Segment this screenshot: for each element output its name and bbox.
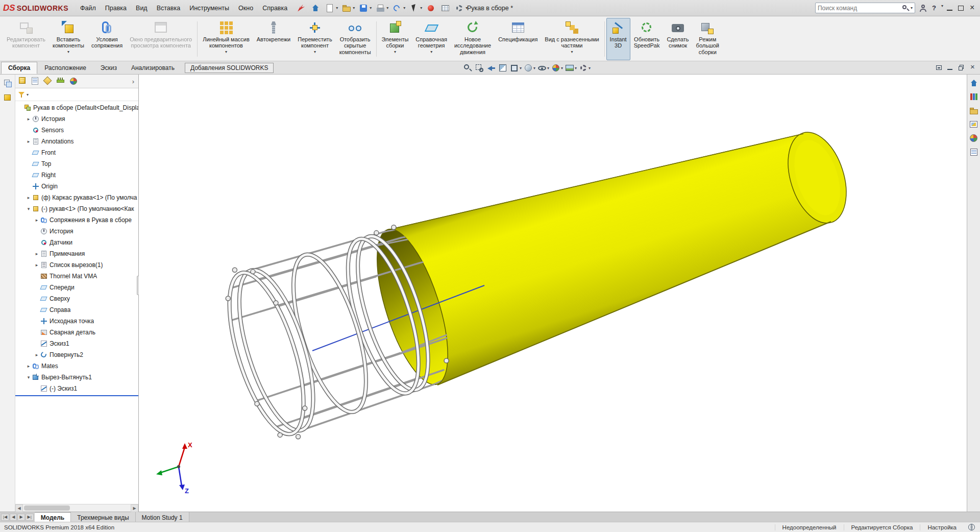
scrollbar-thumb[interactable] — [24, 505, 70, 511]
tree-item-23[interactable]: ▸Mates — [15, 360, 138, 372]
search-caret-icon[interactable]: ▾ — [911, 6, 913, 10]
tree-item-10[interactable]: ▸Сопряжения в Рукав в сборе — [15, 214, 138, 226]
taskpane-appearances-button[interactable] — [968, 133, 979, 144]
tree-arrow-icon[interactable]: ▸ — [26, 364, 32, 369]
panel-tab-dimxpert-manager[interactable] — [55, 76, 66, 87]
menu-item-3[interactable]: Вставка — [152, 3, 185, 14]
command-tab-3[interactable]: Анализировать — [124, 62, 182, 74]
headsup-display-style-button[interactable]: ▾ — [523, 62, 536, 74]
ribbon-linear-pattern-button[interactable]: Линейный массив компонентов▾ — [199, 18, 253, 60]
tree-display-icon[interactable] — [3, 93, 12, 102]
scroll-right-icon[interactable]: ▶ — [131, 504, 138, 512]
tree-item-4[interactable]: Front — [15, 147, 138, 158]
tree-arrow-icon[interactable]: ▸ — [34, 262, 40, 268]
menu-item-1[interactable]: Правка — [101, 3, 131, 14]
ribbon-smart-fasteners-button[interactable]: Автокрепежи — [253, 18, 294, 60]
tree-item-19[interactable]: Исходная точка — [15, 316, 138, 327]
tree-item-11[interactable]: История — [15, 226, 138, 237]
panel-tab-display-manager[interactable] — [68, 76, 79, 87]
headsup-view-orientation-button[interactable]: ▾ — [509, 62, 522, 74]
help-icon[interactable] — [929, 4, 939, 13]
tab-nav-prev-icon[interactable]: ◀ — [10, 514, 17, 521]
ribbon-show-hidden-button[interactable]: Отобразить скрытые компоненты — [336, 18, 375, 60]
tube-body[interactable] — [388, 134, 831, 385]
panel-tab-property-manager[interactable] — [30, 76, 41, 87]
tree-item-3[interactable]: ▸Annotations — [15, 136, 138, 147]
tree-arrow-icon[interactable]: ▸ — [26, 195, 32, 200]
tree-item-9[interactable]: ▾(-) рукав<1> (По умолчанию<Как — [15, 203, 138, 214]
command-search-input[interactable] — [818, 5, 901, 12]
tree-item-24[interactable]: ▾Вырез-Вытянуть1 — [15, 372, 138, 383]
tree-item-15[interactable]: Thornel Mat VMA — [15, 271, 138, 282]
tree-item-0[interactable]: Рукав в сборе (Default<Default_Display — [15, 102, 138, 113]
ribbon-move-component-button[interactable]: Переместить компонент▾ — [294, 18, 335, 60]
ribbon-bom-button[interactable]: Спецификация — [495, 18, 541, 60]
tree-arrow-icon[interactable]: ▸ — [26, 139, 32, 144]
ribbon-reference-geometry-button[interactable]: Справочная геометрия▾ — [412, 18, 451, 60]
minimize-icon[interactable] — [945, 4, 954, 13]
scroll-left-icon[interactable]: ◀ — [15, 504, 23, 512]
user-icon[interactable] — [918, 4, 927, 13]
doc-window-close-icon[interactable] — [968, 63, 977, 72]
ribbon-update-speedpak-button[interactable]: Обновить SpeedPak — [630, 18, 664, 60]
ribbon-instant-3d-button[interactable]: Instant 3D — [606, 18, 630, 60]
doc-window-minimize-icon[interactable] — [945, 63, 954, 72]
headsup-view-settings-button[interactable]: ▾ — [578, 62, 591, 74]
globe-icon[interactable] — [968, 523, 976, 531]
ribbon-exploded-view-button[interactable]: Вид с разнесенными частями▾ — [541, 18, 602, 60]
filter-funnel-icon[interactable] — [17, 90, 26, 99]
graphics-area[interactable]: X Z — [139, 75, 967, 512]
tree-item-16[interactable]: Спереди — [15, 282, 138, 293]
tree-item-18[interactable]: Справа — [15, 304, 138, 316]
tree-arrow-icon[interactable]: ▸ — [34, 217, 40, 223]
search-icon[interactable] — [901, 4, 910, 13]
panel-tabs-chevron-icon[interactable]: › — [130, 78, 137, 85]
ribbon-motion-study-button[interactable]: Новое исследование движения — [451, 18, 495, 60]
tree-item-7[interactable]: Origin — [15, 181, 138, 192]
taskpane-design-library-button[interactable] — [968, 91, 979, 103]
panel-tab-configuration-manager[interactable] — [42, 76, 54, 87]
tree-item-8[interactable]: ▸(ф) Каркас рукава<1> (По умолча — [15, 192, 138, 203]
tab-nav-next-icon[interactable]: ▶ — [17, 514, 24, 521]
headsup-edit-appearance-button[interactable]: ▾ — [550, 62, 564, 74]
tree-item-2[interactable]: Sensors — [15, 125, 138, 136]
command-tab-0[interactable]: Сборка — [1, 62, 37, 74]
quick-sw-flag-button[interactable] — [295, 2, 308, 14]
tree-item-14[interactable]: ▸Список вырезов(1) — [15, 259, 138, 271]
tree-arrow-icon[interactable]: ▸ — [34, 352, 40, 357]
display-pane-icon[interactable] — [3, 79, 12, 88]
headsup-zoom-area-button[interactable] — [474, 62, 485, 74]
tree-item-12[interactable]: Датчики — [15, 237, 138, 248]
ribbon-large-assembly-mode-button[interactable]: Режим большой сборки — [693, 18, 723, 60]
tree-item-20[interactable]: Сварная деталь — [15, 327, 138, 338]
headsup-apply-scene-button[interactable]: ▾ — [564, 62, 577, 74]
help-caret-icon[interactable]: ▾ — [941, 4, 943, 13]
menu-item-4[interactable]: Инструменты — [185, 3, 234, 14]
tab-nav-last-icon[interactable]: ▶| — [26, 514, 34, 521]
model-tab-0[interactable]: Модель — [35, 512, 71, 522]
quick-save-button[interactable]: ▾ — [357, 2, 373, 14]
headsup-zoom-fit-button[interactable] — [462, 62, 473, 74]
command-search[interactable]: ▾ — [815, 3, 915, 13]
filter-caret-icon[interactable]: ▾ — [27, 92, 29, 97]
headsup-previous-view-button[interactable] — [485, 62, 497, 74]
tree-item-5[interactable]: Top — [15, 158, 138, 170]
tree-arrow-icon[interactable]: ▸ — [26, 116, 32, 122]
model-tab-1[interactable]: Трехмерные виды — [71, 512, 135, 522]
ribbon-assembly-features-button[interactable]: Элементы сборки▾ — [378, 18, 412, 60]
doc-window-dock-icon[interactable] — [934, 63, 943, 72]
tree-item-13[interactable]: ▸Примечания — [15, 248, 138, 259]
headsup-section-view-button[interactable] — [497, 62, 508, 74]
headsup-hide-show-items-button[interactable]: ▾ — [536, 62, 550, 74]
quick-options-table-button[interactable] — [438, 2, 452, 14]
tree-arrow-icon[interactable]: ▾ — [26, 375, 32, 380]
tree-arrow-icon[interactable]: ▸ — [34, 251, 40, 256]
ribbon-mate-button[interactable]: Условия сопряжения — [88, 18, 126, 60]
taskpane-resources-home-button[interactable] — [968, 78, 979, 89]
quick-settings-gear-button[interactable]: ▾ — [453, 2, 469, 14]
quick-rebuild-button[interactable] — [424, 2, 437, 14]
tree-item-17[interactable]: Сверху — [15, 293, 138, 304]
doc-window-restore-icon[interactable] — [957, 63, 966, 72]
taskpane-custom-properties-button[interactable] — [968, 147, 979, 158]
maximize-icon[interactable] — [957, 4, 966, 13]
